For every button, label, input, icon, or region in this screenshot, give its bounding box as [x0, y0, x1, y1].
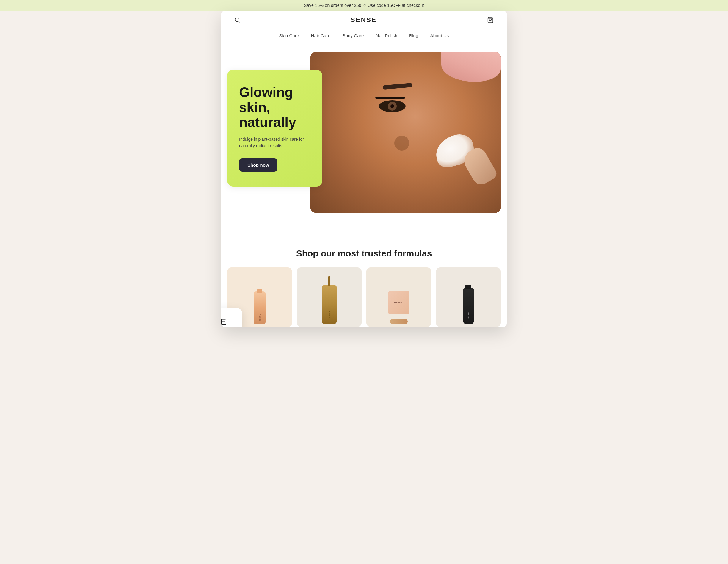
- search-icon: [234, 17, 240, 23]
- hero-image: [310, 52, 501, 213]
- brand-card-overlay: SENSE: [221, 308, 242, 327]
- product-row: BKIND BKIND BKIND: [227, 267, 501, 327]
- header: SENSE: [221, 11, 507, 29]
- header-left: [233, 16, 241, 24]
- hero-headline: Glowing skin, naturally: [239, 85, 310, 130]
- cart-icon: [487, 17, 494, 23]
- main-nav: Skin Care Hair Care Body Care Nail Polis…: [221, 29, 507, 43]
- shop-now-button[interactable]: Shop now: [239, 158, 277, 172]
- trusted-heading: Shop our most trusted formulas: [227, 248, 501, 259]
- product-accessory: [390, 319, 408, 324]
- announcement-text: Save 15% on orders over $50 ♡ Use code 1…: [304, 3, 424, 8]
- hero-subtext: Indulge in plant-based skin care for nat…: [239, 136, 310, 149]
- nav-item-nail-polish[interactable]: Nail Polish: [376, 33, 397, 38]
- product-bottle-tube: BKIND: [254, 291, 266, 324]
- product-box: BKIND: [388, 291, 409, 314]
- nav-item-hair-care[interactable]: Hair Care: [311, 33, 331, 38]
- bkind-label: BKIND: [394, 301, 404, 304]
- nose-area: [394, 136, 409, 151]
- hero-card: Glowing skin, naturally Indulge in plant…: [227, 70, 322, 187]
- main-content: Glowing skin, naturally Indulge in plant…: [221, 43, 507, 327]
- product-bottle-nail: BKIND: [463, 288, 474, 324]
- cart-button[interactable]: [486, 15, 495, 24]
- brand-logo[interactable]: SENSE: [241, 16, 486, 24]
- nav-item-about-us[interactable]: About Us: [430, 33, 449, 38]
- bottom-section: Shop our most trusted formulas BKIND BKI…: [227, 248, 501, 327]
- product-card-4[interactable]: BKIND: [436, 267, 501, 327]
- browser-chrome: SENSE Skin Care Hair Care Body Care Nail…: [221, 11, 507, 327]
- product-card-3[interactable]: BKIND: [366, 267, 431, 327]
- hero-image-inner: [310, 52, 501, 213]
- eyelash-area: [375, 97, 405, 99]
- header-right: [486, 15, 495, 24]
- nav-item-body-care[interactable]: Body Care: [342, 33, 364, 38]
- eye-area: [379, 100, 406, 112]
- nav-item-blog[interactable]: Blog: [409, 33, 418, 38]
- search-button[interactable]: [233, 16, 241, 24]
- announcement-bar: Save 15% on orders over $50 ♡ Use code 1…: [0, 0, 728, 11]
- product-bottle-pump: BKIND: [322, 285, 337, 324]
- product-card-2[interactable]: BKIND: [297, 267, 362, 327]
- svg-line-1: [239, 21, 240, 22]
- brand-card-text: SENSE: [221, 317, 227, 327]
- nav-item-skin-care[interactable]: Skin Care: [279, 33, 299, 38]
- hero-section: Glowing skin, naturally Indulge in plant…: [227, 52, 501, 213]
- page-wrapper: Save 15% on orders over $50 ♡ Use code 1…: [0, 0, 728, 564]
